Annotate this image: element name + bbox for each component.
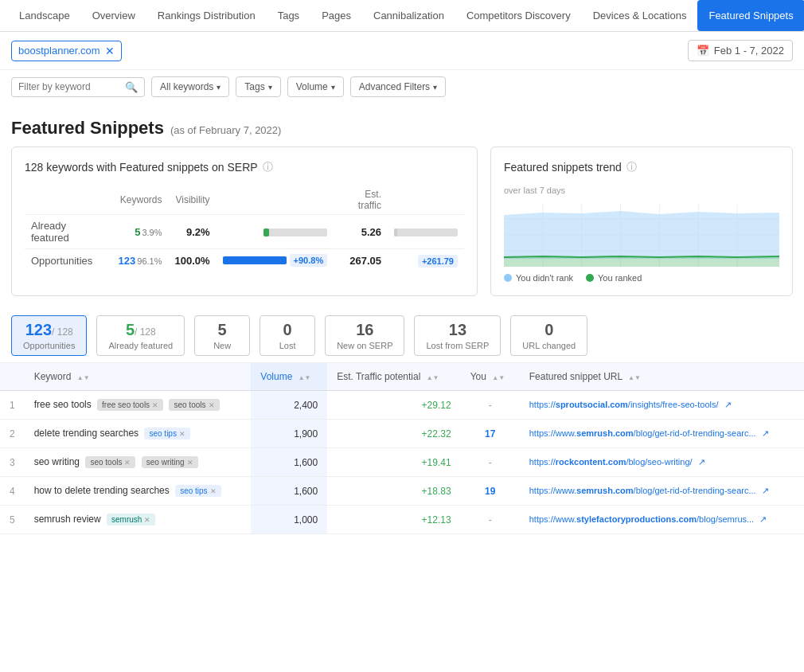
tab-opportunities[interactable]: 123/ 128 Opportunities [11, 315, 87, 356]
volume-cell: 1,600 [251, 448, 327, 477]
info-icon[interactable]: ⓘ [626, 160, 637, 174]
tab-already-featured[interactable]: 5/ 128 Already featured [96, 315, 185, 356]
tab-count-new-serp: 16 [356, 321, 373, 339]
nav-landscape[interactable]: Landscape [8, 0, 81, 31]
svg-marker-9 [504, 211, 779, 259]
tags-filter[interactable]: Tags ▾ [236, 76, 280, 97]
table-row: 4 how to delete trending searches seo ti… [0, 477, 804, 506]
url-domain[interactable]: rockcontent.com [556, 457, 626, 467]
chip-close-icon[interactable]: ✕ [152, 401, 158, 409]
volume-filter[interactable]: Volume ▾ [287, 76, 344, 97]
sort-icon-url[interactable]: ▲▼ [628, 375, 641, 381]
nav-tags[interactable]: Tags [267, 0, 310, 31]
tab-label-already: Already featured [108, 341, 173, 350]
external-link-icon[interactable]: ↗ [698, 457, 705, 467]
tag-chip: semrush✕ [107, 514, 155, 525]
main-nav: Landscape Overview Rankings Distribution… [0, 0, 804, 32]
snippet-url-cell: https://www.stylefactoryproductions.com/… [520, 506, 804, 534]
url-domain[interactable]: sproutsocial.com [556, 400, 628, 409]
nav-featured-snippets[interactable]: Featured Snippets [697, 0, 804, 31]
tab-count-lost: 0 [283, 321, 292, 339]
you-cell: - [461, 448, 520, 477]
legend-label-blue: You didn't rank [516, 273, 573, 283]
chip-close-icon[interactable]: ✕ [210, 487, 217, 495]
legend-label-green: You ranked [598, 273, 642, 283]
tab-lost-from-serp[interactable]: 13 Lost from SERP [414, 315, 501, 356]
nav-competitors[interactable]: Competitors Discovery [455, 0, 582, 31]
chip-close-icon[interactable]: ✕ [209, 401, 215, 409]
keywords-table: Keyword ▲▼ Volume ▲▼ Est. Traffic potent… [0, 363, 804, 534]
col-snippet-url[interactable]: Featured snippet URL ▲▼ [520, 363, 804, 391]
tag-chip: seo tools✕ [85, 456, 135, 468]
url-domain[interactable]: stylefactoryproductions.com [576, 514, 697, 524]
snippet-url-cell: https://www.semrush.com/blog/get-rid-of-… [520, 477, 804, 506]
sort-icon-keyword[interactable]: ▲▼ [77, 375, 90, 381]
summary-card-title: 128 keywords with Featured snippets on S… [25, 160, 464, 174]
external-link-icon[interactable]: ↗ [762, 486, 769, 495]
volume-cell: 1,600 [251, 477, 327, 506]
keyword-cell: free seo tools free seo tools✕ seo tools… [25, 391, 252, 420]
you-cell: - [461, 391, 520, 420]
url-domain[interactable]: semrush.com [576, 428, 634, 438]
volume-cell: 1,000 [251, 506, 327, 534]
tab-lost[interactable]: 0 Lost [260, 315, 315, 356]
tab-new-on-serp[interactable]: 16 New on SERP [325, 315, 404, 356]
tab-label-new: New [213, 341, 231, 350]
traffic-cell: +22.32 [327, 420, 460, 448]
keyword-search[interactable]: 🔍 [11, 77, 145, 97]
keyword-text: seo writing [34, 456, 80, 467]
date-range-button[interactable]: 📅 Feb 1 - 7, 2022 [688, 40, 793, 61]
all-keywords-label: All keywords [160, 81, 213, 92]
chip-close-icon[interactable]: ✕ [179, 430, 185, 438]
external-link-icon[interactable]: ↗ [762, 428, 769, 438]
nav-devices[interactable]: Devices & Locations [582, 0, 698, 31]
nav-rankings[interactable]: Rankings Distribution [146, 0, 267, 31]
col-traffic[interactable]: Est. Traffic potential ▲▼ [327, 363, 460, 391]
volume-label: Volume [296, 81, 328, 92]
info-icon[interactable]: ⓘ [263, 160, 273, 174]
col-keyword[interactable]: Keyword ▲▼ [25, 363, 252, 391]
advanced-filters[interactable]: Advanced Filters ▾ [350, 76, 446, 97]
row-count-already: 53.9% [112, 215, 169, 249]
sort-icon-volume[interactable]: ▲▼ [299, 375, 311, 381]
url-domain[interactable]: semrush.com [576, 486, 634, 495]
filter-tabs: 123/ 128 Opportunities 5/ 128 Already fe… [0, 309, 804, 363]
row-label-opps: Opportunities [25, 249, 112, 272]
you-cell: 19 [461, 477, 520, 506]
sort-icon-traffic[interactable]: ▲▼ [427, 375, 439, 381]
all-keywords-filter[interactable]: All keywords ▾ [151, 76, 229, 97]
row-visibility-already: 9.2% [168, 215, 216, 249]
domain-tag: boostplanner.com ✕ [11, 41, 122, 61]
tab-url-changed[interactable]: 0 URL changed [510, 315, 587, 356]
chip-close-icon[interactable]: ✕ [187, 459, 193, 467]
col-volume[interactable]: Volume ▲▼ [251, 363, 327, 391]
tab-already-featured-count: 5/ 128 [126, 321, 156, 339]
external-link-icon[interactable]: ↗ [724, 400, 732, 409]
keyword-text: delete trending searches [34, 428, 139, 439]
sort-icon-you[interactable]: ▲▼ [492, 375, 505, 381]
table-row: 1 free seo tools free seo tools✕ seo too… [0, 391, 804, 420]
tab-label-new-serp: New on SERP [337, 341, 392, 350]
row-traffic-opps: 267.05 [334, 249, 388, 272]
keyword-cell: how to delete trending searches seo tips… [25, 477, 252, 506]
legend-dot-green [586, 274, 594, 282]
search-input[interactable] [18, 81, 122, 92]
table-row: 5 semrush review semrush✕ 1,000 +12.13 -… [0, 506, 804, 534]
tab-count-lost-serp: 13 [449, 321, 466, 339]
col-you[interactable]: You ▲▼ [461, 363, 520, 391]
summary-title-text: 128 keywords with Featured snippets on S… [25, 161, 258, 174]
keyword-text: semrush review [34, 514, 101, 525]
nav-overview[interactable]: Overview [81, 0, 146, 31]
nav-pages[interactable]: Pages [310, 0, 362, 31]
nav-cannibalization[interactable]: Cannibalization [362, 0, 455, 31]
external-link-icon[interactable]: ↗ [759, 514, 767, 524]
trend-subtitle: over last 7 days [504, 186, 779, 195]
tab-new[interactable]: 5 New [194, 315, 250, 356]
remove-domain-button[interactable]: ✕ [105, 45, 115, 57]
filter-bar: 🔍 All keywords ▾ Tags ▾ Volume ▾ Advance… [0, 70, 804, 104]
chip-close-icon[interactable]: ✕ [144, 516, 150, 524]
col-header-label [25, 186, 112, 215]
chip-close-icon[interactable]: ✕ [124, 459, 131, 467]
row-label-already: Already featured [25, 215, 112, 249]
col-header-keywords: Keywords [112, 186, 169, 215]
